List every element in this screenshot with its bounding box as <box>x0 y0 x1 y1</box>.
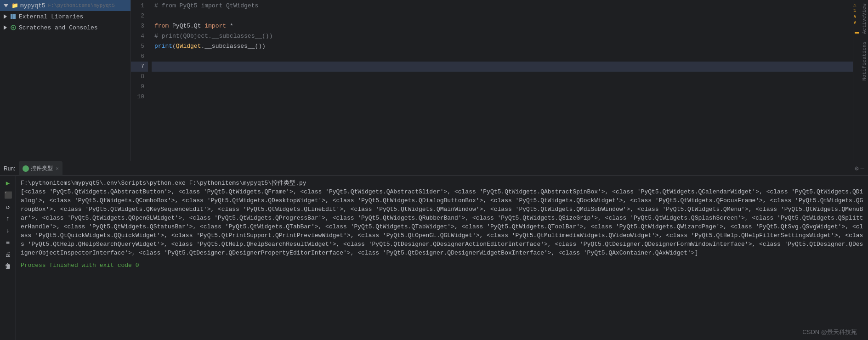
tab-run-icon <box>23 165 29 172</box>
code-line-7 <box>152 62 853 72</box>
expand-icon <box>4 4 8 7</box>
delete-button[interactable]: 🗑 <box>3 261 13 272</box>
scratches-collapse-icon <box>4 25 7 30</box>
line-num-3: 3 <box>131 21 148 31</box>
code-line-2 <box>152 11 853 21</box>
stop-button[interactable]: ⬛ <box>3 190 13 200</box>
run-output[interactable]: F:\pythonitems\mypyqt5\.env\Scripts\pyth… <box>16 176 868 340</box>
warning-indicator: ⚠ 1 ∧ ∨ <box>853 2 859 25</box>
line-num-1: 1 <box>131 1 148 11</box>
minimize-icon[interactable]: — <box>861 165 864 172</box>
scroll-marker <box>855 32 859 34</box>
main-area: 📁 mypyqt5 F:\pythonitems\mypyqt5 Externa… <box>0 0 868 161</box>
scratches-icon <box>10 24 17 31</box>
active-view-label[interactable]: ActiveView <box>862 0 867 38</box>
settings-icon[interactable]: ⚙ <box>855 164 858 172</box>
run-settings: ⚙ — <box>855 164 864 172</box>
folder-icon: 📁 <box>11 2 18 9</box>
code-line-10 <box>152 92 853 102</box>
line-numbers: 1 2 3 4 5 6 7 8 9 10 <box>131 0 152 161</box>
run-exit-message: Process finished with exit code 0 <box>21 261 863 270</box>
external-libraries-label: External Libraries <box>19 13 83 20</box>
line-num-8: 8 <box>131 72 148 82</box>
editor-area: 1 2 3 4 5 6 7 8 9 10 # from PyQt5 import… <box>131 0 860 161</box>
sidebar-item-mypyqt5[interactable]: 📁 mypyqt5 F:\pythonitems\mypyqt5 <box>0 0 130 11</box>
sidebar-item-external-libraries[interactable]: External Libraries <box>0 11 130 22</box>
run-content-area: ▶ ⬛ ↺ ↑ ↓ ≡ 🖨 🗑 F:\pythonitems\mypyqt5\.… <box>0 176 868 340</box>
code-content[interactable]: # from PyQt5 import QtWidgets from PyQt5… <box>152 0 853 161</box>
run-label: Run: <box>4 165 15 172</box>
run-tab[interactable]: 控件类型 ✕ <box>19 161 62 176</box>
line-num-4: 4 <box>131 31 148 41</box>
svg-point-4 <box>12 27 14 28</box>
line-num-6: 6 <box>131 51 148 62</box>
collapse-icon <box>4 14 7 19</box>
tab-close-btn[interactable]: ✕ <box>56 165 59 171</box>
print-button[interactable]: 🖨 <box>3 249 13 260</box>
run-toolbar: ▶ ⬛ ↺ ↑ ↓ ≡ 🖨 🗑 <box>0 176 16 340</box>
line-num-9: 9 <box>131 82 148 92</box>
code-editor[interactable]: 1 2 3 4 5 6 7 8 9 10 # from PyQt5 import… <box>131 0 860 161</box>
svg-rect-1 <box>12 14 14 19</box>
tab-label: 控件类型 <box>31 164 53 172</box>
code-line-1: # from PyQt5 import QtWidgets <box>152 1 853 11</box>
run-output-text: [<class 'PyQt5.QtWidgets.QAbstractButton… <box>21 187 863 257</box>
code-line-4: # print(QObject.__subclasses__()) <box>152 31 853 41</box>
rerun-button[interactable]: ↺ <box>3 202 13 212</box>
right-indicators: ⚠ 1 ∧ ∨ <box>853 0 860 161</box>
line-num-2: 2 <box>131 11 148 21</box>
svg-rect-2 <box>14 14 16 19</box>
scroll-down-button[interactable]: ↓ <box>3 226 13 236</box>
run-cmd-line: F:\pythonitems\mypyqt5\.env\Scripts\pyth… <box>21 179 863 187</box>
vertical-labels: ActiveView Notifications <box>860 0 868 161</box>
sidebar-item-path: F:\pythonitems\mypyqt5 <box>48 3 115 8</box>
sidebar: 📁 mypyqt5 F:\pythonitems\mypyqt5 Externa… <box>0 0 131 161</box>
watermark: CSDN @景天科技苑 <box>802 328 857 336</box>
run-panel: Run: 控件类型 ✕ ⚙ — ▶ ⬛ ↺ ↑ ↓ ≡ 🖨 🗑 F:\pytho… <box>0 161 868 340</box>
svg-rect-0 <box>11 14 12 19</box>
run-button[interactable]: ▶ <box>3 178 13 188</box>
filter-button[interactable]: ≡ <box>3 238 13 248</box>
scratches-label: Scratches and Consoles <box>19 24 98 31</box>
sidebar-item-label: mypyqt5 <box>20 2 45 9</box>
line-num-5: 5 <box>131 41 148 51</box>
code-line-9 <box>152 82 853 92</box>
code-line-6 <box>152 51 853 62</box>
code-line-5: print(QWidget.__subclasses__()) <box>152 41 853 51</box>
code-line-3: from PyQt5.Qt import * <box>152 21 853 31</box>
run-header: Run: 控件类型 ✕ ⚙ — <box>0 161 868 176</box>
line-num-10: 10 <box>131 92 148 102</box>
scroll-up-button[interactable]: ↑ <box>3 214 13 224</box>
line-num-7: 7 <box>131 62 148 72</box>
notifications-label[interactable]: Notifications <box>862 38 867 85</box>
sidebar-item-scratches[interactable]: Scratches and Consoles <box>0 22 130 33</box>
library-icon <box>10 13 17 20</box>
code-line-8 <box>152 72 853 82</box>
